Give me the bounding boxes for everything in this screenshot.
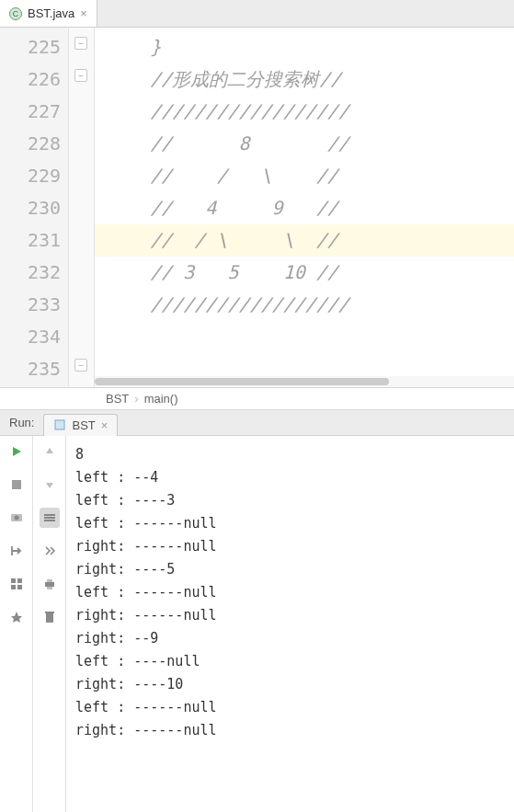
pin-button[interactable] <box>6 607 27 627</box>
up-button[interactable] <box>40 441 60 462</box>
svg-rect-8 <box>11 578 16 583</box>
svg-text:C: C <box>13 9 19 18</box>
fold-gutter: – – – <box>69 28 95 387</box>
console-line: left : ----null <box>75 650 505 673</box>
java-class-icon: C <box>9 7 22 20</box>
line-number: 232 <box>4 257 61 289</box>
console-line: left : ----3 <box>75 489 505 512</box>
svg-rect-9 <box>17 578 22 583</box>
line-number: 231 <box>4 224 61 257</box>
breadcrumb-class[interactable]: BST <box>106 392 129 406</box>
line-number: 235 <box>4 353 61 385</box>
svg-rect-13 <box>47 579 52 582</box>
console-line: left : ------null <box>75 696 505 719</box>
console-line: right: ------null <box>75 604 505 627</box>
run-actions-column <box>0 436 33 812</box>
run-config-tab[interactable]: BST × <box>43 414 118 436</box>
soft-wrap-button[interactable] <box>40 508 60 528</box>
down-button[interactable] <box>40 475 60 495</box>
line-number: 228 <box>4 128 61 160</box>
code-line: // 4 9 // <box>106 192 514 224</box>
code-line: // 8 // <box>106 128 514 160</box>
svg-point-7 <box>14 516 18 520</box>
console-line: right: ----5 <box>75 558 505 581</box>
run-config-name: BST <box>72 418 95 432</box>
svg-rect-16 <box>45 612 54 613</box>
console-line: left : --4 <box>75 466 505 489</box>
svg-rect-15 <box>46 613 53 623</box>
horizontal-scrollbar[interactable] <box>95 376 514 387</box>
dump-threads-button[interactable] <box>6 508 27 528</box>
editor-tab-label: BST.java <box>28 6 74 20</box>
editor-tab-bar: C BST.java × <box>0 0 514 28</box>
fold-marker-icon[interactable]: – <box>74 359 87 372</box>
clear-all-button[interactable] <box>40 607 60 627</box>
print-button[interactable] <box>40 574 60 594</box>
line-number: 229 <box>4 160 61 192</box>
code-text-area[interactable]: } //形成的二分搜索树// ////////////////// // 8 /… <box>95 28 514 387</box>
application-icon <box>53 418 66 431</box>
console-line: right: ------null <box>75 719 505 742</box>
line-number-gutter: 225 226 227 228 229 230 231 232 233 234 … <box>0 28 69 387</box>
line-number: 230 <box>4 192 61 224</box>
fold-marker-icon[interactable]: – <box>74 69 87 82</box>
code-line: } <box>106 31 514 63</box>
chevron-right-icon: › <box>134 392 138 406</box>
stop-button[interactable] <box>6 475 27 495</box>
code-line: // / \ // <box>106 160 514 192</box>
code-editor[interactable]: 225 226 227 228 229 230 231 232 233 234 … <box>0 28 514 388</box>
console-line: left : ------null <box>75 581 505 604</box>
run-tool-header: Run: BST × <box>0 410 514 436</box>
exit-button[interactable] <box>6 541 27 561</box>
breadcrumb: BST › main() <box>0 388 514 410</box>
scroll-to-end-button[interactable] <box>40 541 60 561</box>
line-number: 233 <box>4 289 61 321</box>
line-number: 226 <box>4 63 61 96</box>
code-line: // 3 5 10 // <box>106 257 514 289</box>
run-tool-window: 8left : --4left : ----3left : ------null… <box>0 436 514 812</box>
console-output[interactable]: 8left : --4left : ----3left : ------null… <box>66 436 514 812</box>
run-label: Run: <box>9 416 34 429</box>
console-line: right: ------null <box>75 535 505 558</box>
svg-rect-3 <box>55 420 64 429</box>
console-line: right: ----10 <box>75 673 505 696</box>
svg-rect-10 <box>11 585 16 589</box>
close-icon[interactable]: × <box>101 418 109 432</box>
layout-button[interactable] <box>6 574 27 594</box>
svg-rect-11 <box>17 585 22 589</box>
editor-tab-bst[interactable]: C BST.java × <box>0 0 97 27</box>
console-line: 8 <box>75 443 505 466</box>
line-number: 234 <box>4 321 61 353</box>
console-line: right: --9 <box>75 627 505 650</box>
console-actions-column <box>33 436 66 812</box>
svg-rect-5 <box>12 480 21 489</box>
svg-marker-4 <box>13 447 21 456</box>
line-number: 225 <box>4 31 61 63</box>
code-line: //形成的二分搜索树// <box>106 63 514 96</box>
breadcrumb-method[interactable]: main() <box>144 392 178 406</box>
code-line: ////////////////// <box>106 96 514 128</box>
svg-rect-14 <box>47 587 52 589</box>
code-line: ////////////////// <box>106 289 514 321</box>
close-icon[interactable]: × <box>80 6 87 20</box>
fold-marker-icon[interactable]: – <box>74 37 87 50</box>
scrollbar-thumb[interactable] <box>95 378 389 385</box>
code-line <box>106 321 514 353</box>
console-line: left : ------null <box>75 512 505 535</box>
rerun-button[interactable] <box>6 441 27 462</box>
line-number: 227 <box>4 96 61 128</box>
code-line-current: // / \ \ // <box>95 224 514 257</box>
svg-rect-12 <box>45 582 54 587</box>
